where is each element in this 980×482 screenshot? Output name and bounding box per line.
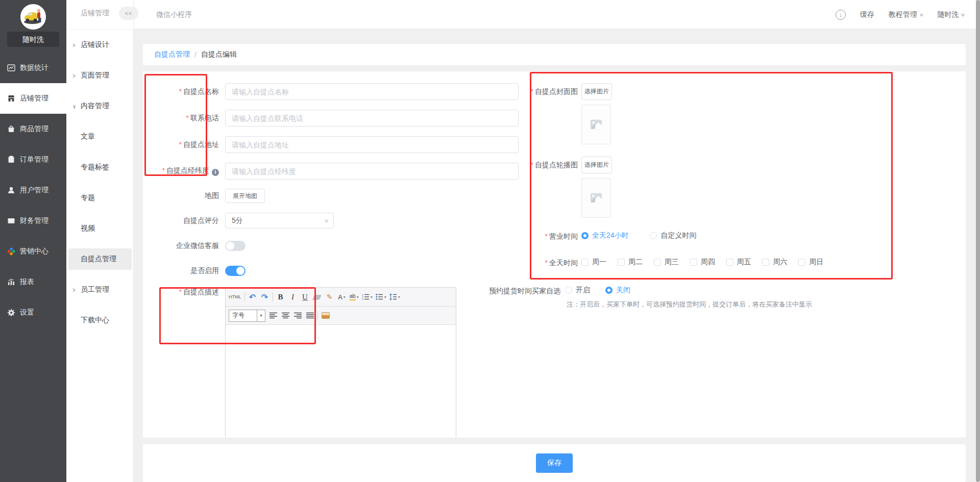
weekday-item: 周五 <box>726 258 761 267</box>
required-asterisk: * <box>179 288 182 296</box>
report-icon <box>7 278 15 286</box>
checkbox-wednesday[interactable] <box>654 259 661 266</box>
undo-icon[interactable]: ↶ <box>248 291 257 302</box>
align-left-icon[interactable] <box>268 310 278 321</box>
wecom-service-toggle[interactable] <box>225 241 246 251</box>
scrollbar-thumb[interactable] <box>976 0 980 482</box>
radio-label[interactable]: 自定义时间 <box>660 231 696 239</box>
tutorial-menu[interactable]: 教程管理∨ <box>889 10 923 19</box>
redo-icon[interactable]: ↷ <box>260 291 270 302</box>
breadcrumb-link-pickup-mgmt[interactable]: 自提点管理 <box>154 50 190 59</box>
field-label-all-day-time: *全天时间 <box>449 259 578 268</box>
sidebar-item-label: 设置 <box>20 308 34 317</box>
sidebar-item-label: 报表 <box>20 277 34 287</box>
italic-icon[interactable]: I <box>288 291 298 302</box>
checkbox-friday[interactable] <box>726 259 733 266</box>
chart-line-icon <box>7 64 15 72</box>
submenu-item-download-center[interactable]: 下载中心 <box>66 305 134 336</box>
sidebar-item-settings[interactable]: 设置 <box>0 297 66 328</box>
shop-icon <box>7 94 15 103</box>
checkbox-sunday[interactable] <box>798 259 805 266</box>
submenu-item-topic-tags[interactable]: 专题标签 <box>66 152 134 183</box>
html-source-button[interactable]: HTML <box>229 291 241 302</box>
sidebar-item-label: 数据统计 <box>20 63 48 72</box>
format-brush-icon[interactable]: ✎ <box>325 291 334 302</box>
checkbox-saturday[interactable] <box>762 259 769 266</box>
submenu-item-articles[interactable]: 文章 <box>66 121 134 152</box>
checkbox-tuesday[interactable] <box>618 259 625 266</box>
cover-image-placeholder[interactable] <box>581 105 611 144</box>
radio-label[interactable]: 全天24小时 <box>592 231 629 239</box>
highlight-icon[interactable]: ab▾ <box>350 291 359 302</box>
required-asterisk: * <box>179 87 182 95</box>
radio-custom-time[interactable] <box>650 232 657 239</box>
field-label: *自提点经纬度i <box>143 166 225 176</box>
sidebar-item-order-mgmt[interactable]: 订单管理 <box>0 144 66 175</box>
cover-pick-image-button[interactable]: 选择图片 <box>581 83 612 100</box>
required-asterisk: * <box>531 87 533 95</box>
align-center-icon[interactable] <box>281 310 290 321</box>
info-icon[interactable]: i <box>212 169 219 176</box>
sidebar-collapse-button[interactable]: << <box>119 7 138 20</box>
underline-icon[interactable]: U <box>301 291 310 302</box>
rating-select[interactable]: 5分∨ <box>225 213 334 229</box>
chevron-right-icon: > <box>72 286 75 293</box>
submenu-item-shop-design[interactable]: >店铺设计 <box>66 30 134 60</box>
sidebar-item-marketing-center[interactable]: 营销中心 <box>0 236 66 267</box>
checkbox-monday[interactable] <box>581 259 589 266</box>
account-menu[interactable]: 随时洗∨ <box>937 10 965 19</box>
required-asterisk: * <box>186 114 189 122</box>
pickup-address-input[interactable] <box>225 136 519 153</box>
font-size-select[interactable]: 字号▾ <box>229 310 265 322</box>
eraser-icon[interactable] <box>313 291 322 302</box>
field-label-cover: *自提点封面图 <box>449 87 578 96</box>
sidebar-item-label: 订单管理 <box>20 155 48 164</box>
expand-map-button[interactable]: 展开地图 <box>225 189 265 203</box>
carousel-image-placeholder[interactable] <box>581 178 611 218</box>
sidebar-item-shop-mgmt[interactable]: 店铺管理 <box>0 83 66 114</box>
submenu-item-topics[interactable]: 专题 <box>66 183 134 213</box>
page-scrollbar <box>976 0 980 482</box>
pickup-phone-input[interactable] <box>225 110 519 126</box>
bold-icon[interactable]: B <box>276 291 285 302</box>
align-justify-icon[interactable] <box>305 310 314 321</box>
line-height-icon[interactable]: ▾ <box>389 291 400 302</box>
radio-label[interactable]: 关闭 <box>616 286 630 294</box>
radio-label[interactable]: 开启 <box>576 286 590 294</box>
sidebar-item-finance-mgmt[interactable]: ¥ 财务管理 <box>0 206 66 236</box>
sidebar-item-label: 商品管理 <box>20 124 48 134</box>
submenu-item-page-mgmt[interactable]: >页面管理 <box>66 60 134 91</box>
insert-image-icon[interactable] <box>321 310 330 321</box>
submenu-item-content-mgmt[interactable]: ∨内容管理 <box>66 91 134 121</box>
align-right-icon[interactable] <box>293 310 302 321</box>
radio-reserve-on[interactable] <box>565 287 572 294</box>
unordered-list-icon[interactable]: ▾ <box>376 291 386 302</box>
editor-content-area[interactable] <box>226 325 456 438</box>
image-placeholder-icon <box>590 119 602 130</box>
main-sidebar: 随时洗 数据统计 店铺管理 商品管理 订单管理 用户管理 <box>0 0 66 482</box>
sidebar-item-reports[interactable]: 报表 <box>0 267 66 297</box>
submenu-nav: >店铺设计 >页面管理 ∨内容管理 文章 专题标签 专题 视频 自提点管理 >员… <box>66 30 134 336</box>
save-button[interactable]: 保存 <box>536 453 573 473</box>
editor-toolbar-row2: 字号▾ <box>226 307 456 325</box>
radio-all-day-24h[interactable] <box>581 232 589 239</box>
carousel-pick-image-button[interactable]: 选择图片 <box>581 157 612 173</box>
submenu-sidebar: 店铺管理 >店铺设计 >页面管理 ∨内容管理 文章 专题标签 专题 视频 自提点… <box>66 0 134 482</box>
font-color-icon[interactable]: A▾ <box>337 291 347 302</box>
sidebar-item-data-stats[interactable]: 数据统计 <box>0 53 66 83</box>
download-icon[interactable]: ↓ <box>836 10 846 20</box>
description-rich-editor: HTML ↶ ↷ B I U ✎ A▾ ab▾ 123▾ ▾ ▾ <box>225 287 456 438</box>
toolbar-separator <box>273 292 273 301</box>
submenu-item-pickup-point-mgmt[interactable]: 自提点管理 <box>66 244 134 274</box>
field-label: 地图 <box>143 191 225 200</box>
sidebar-item-user-mgmt[interactable]: 用户管理 <box>0 175 66 206</box>
submenu-item-staff-mgmt[interactable]: >员工管理 <box>66 274 134 305</box>
submenu-item-videos[interactable]: 视频 <box>66 213 134 244</box>
cache-button[interactable]: 缓存 <box>860 10 874 19</box>
enabled-toggle[interactable] <box>225 266 246 276</box>
radio-reserve-off[interactable] <box>605 287 612 294</box>
breadcrumb: 自提点管理 / 自提点编辑 <box>143 44 966 65</box>
ordered-list-icon[interactable]: 123▾ <box>362 291 373 302</box>
checkbox-thursday[interactable] <box>690 259 697 266</box>
sidebar-item-goods-mgmt[interactable]: 商品管理 <box>0 114 66 144</box>
